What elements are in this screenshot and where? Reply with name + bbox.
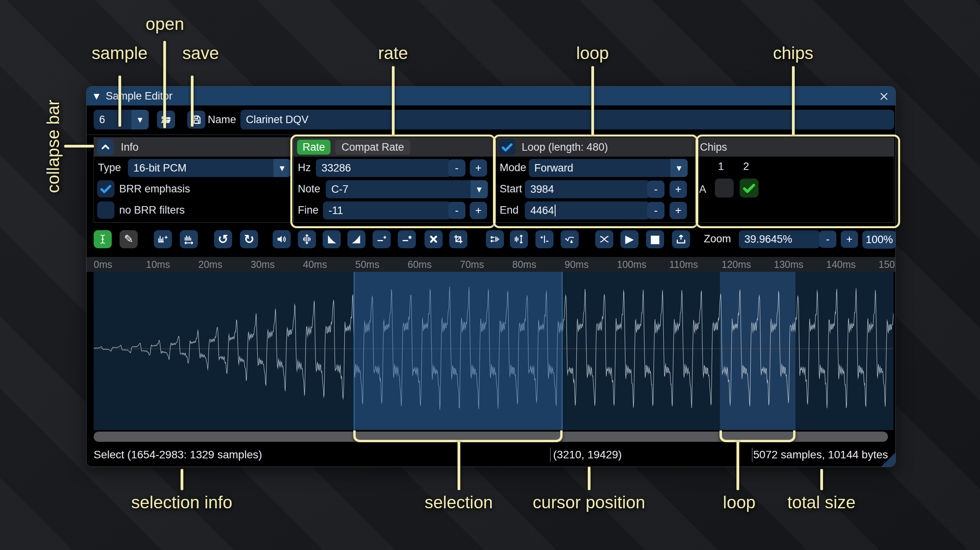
annotation-selection-info: selection info [131, 493, 233, 512]
silence-plus-icon [376, 234, 387, 245]
ruler-label: 150ms [878, 259, 895, 270]
stop-icon: ■ [650, 234, 660, 245]
fade-in-icon [326, 234, 337, 245]
name-input[interactable]: Clarinet DQV [240, 110, 894, 129]
normalize-button[interactable] [298, 230, 316, 248]
open-sample-button[interactable] [157, 111, 175, 129]
annotation-sample: sample [92, 43, 148, 63]
export-sample-button[interactable] [672, 230, 690, 248]
waveform-plus-icon [157, 234, 168, 245]
info-panel: Info Type 16-bit PCM ▼ BRR emphasis no B… [94, 137, 293, 223]
ruler-label: 40ms [303, 259, 327, 270]
insert-silence-button[interactable] [373, 230, 391, 248]
trim-button[interactable] [449, 230, 467, 248]
info-panel-title: Info [121, 141, 138, 153]
no-brr-filters-checkbox[interactable] [97, 201, 114, 219]
status-selection-info: Select (1654-2983: 1329 samples) [94, 448, 262, 461]
status-total-size: 5072 samples, 10144 bytes [753, 448, 888, 461]
annotation-total-size: total size [787, 493, 856, 512]
annotation-line-selection-info [181, 469, 183, 490]
apply-filter-button[interactable] [561, 230, 579, 248]
status-bar: Select (1654-2983: 1329 samples) (3210, … [87, 443, 895, 467]
waveform-filter-icon [564, 234, 575, 245]
annotation-outline-chips-panel [696, 135, 900, 228]
crossfade-loop-button[interactable] [595, 230, 613, 248]
status-separator [550, 448, 551, 462]
ibeam-cursor-icon [97, 234, 108, 245]
zoom-reset-button[interactable]: 100% [862, 231, 896, 249]
x-delete-icon [428, 234, 439, 244]
chevron-up-icon [100, 142, 111, 152]
delete-button[interactable] [424, 230, 443, 248]
speaker-icon [276, 234, 287, 245]
status-separator [752, 448, 753, 462]
silence-asterisk-icon [401, 234, 412, 245]
edit-mode-select-button[interactable] [94, 230, 112, 248]
signed-unsigned-button[interactable] [535, 230, 554, 248]
chevron-down-icon[interactable]: ▼ [131, 110, 149, 129]
brr-emphasis-checkbox[interactable] [97, 180, 114, 197]
resize-button[interactable] [154, 230, 172, 248]
apply-silence-button[interactable] [398, 230, 416, 248]
window-titlebar[interactable]: ▼ Sample Editor [87, 87, 895, 105]
ruler-label: 30ms [251, 259, 275, 270]
annotation-chips: chips [773, 43, 814, 63]
timeline-ruler[interactable]: 0ms10ms20ms30ms40ms50ms60ms70ms80ms90ms1… [87, 257, 895, 272]
annotation-line-loop [591, 66, 594, 135]
fade-out-button[interactable] [347, 230, 365, 248]
sample-number-value: 6 [94, 114, 131, 126]
close-button[interactable] [877, 90, 891, 103]
annotation-outline-rate-panel [290, 135, 496, 228]
ruler-label: 90ms [565, 259, 589, 270]
annotation-bracket-selection [353, 430, 563, 442]
annotation-line-chips [792, 66, 795, 135]
annotation-outline-loop-panel [493, 135, 698, 228]
sample-number-dropdown[interactable]: 6 ▼ [94, 110, 149, 129]
close-icon [878, 91, 890, 102]
no-brr-filters-label: no BRR filters [119, 204, 185, 216]
undo-button[interactable]: ↺ [214, 230, 232, 248]
chevron-down-icon[interactable]: ▼ [273, 159, 291, 177]
fade-out-icon [351, 234, 362, 245]
waveform-canvas[interactable] [94, 272, 893, 430]
ruler-label: 50ms [355, 259, 379, 270]
type-label: Type [98, 162, 121, 174]
sample-type-value: 16-bit PCM [128, 162, 273, 174]
zoom-in-button[interactable]: + [841, 231, 858, 248]
annotation-loop-bottom: loop [723, 493, 755, 512]
ruler-label: 0ms [94, 259, 112, 270]
crossing-curves-icon [599, 234, 610, 245]
annotation-save: save [183, 43, 219, 63]
ruler-label: 70ms [460, 259, 484, 270]
sample-type-dropdown[interactable]: 16-bit PCM ▼ [128, 159, 291, 177]
upload-icon [675, 234, 687, 245]
waveform-invert-icon [513, 234, 524, 245]
ruler-label: 60ms [408, 259, 432, 270]
window-collapse-triangle-icon[interactable]: ▼ [94, 92, 100, 100]
amplify-button[interactable] [273, 230, 291, 248]
waveform-width-icon [183, 234, 194, 245]
resample-button[interactable] [180, 230, 198, 248]
annotation-line-selection [458, 441, 460, 490]
zoom-value-input[interactable]: 39.9645% [739, 230, 820, 248]
invert-button[interactable] [510, 230, 528, 248]
collapse-bar-button[interactable] [97, 139, 114, 155]
redo-button[interactable]: ↻ [240, 230, 258, 248]
ruler-label: 80ms [512, 259, 536, 270]
window-resize-grip[interactable] [881, 452, 895, 467]
preview-play-button[interactable]: ▶ [620, 230, 639, 248]
reverse-button[interactable] [486, 230, 504, 248]
folder-open-icon [160, 114, 172, 126]
redo-icon: ↻ [244, 233, 255, 245]
ruler-label: 120ms [722, 259, 751, 270]
annotation-collapse-bar: collapse bar [43, 100, 63, 193]
edit-mode-draw-button[interactable]: ✎ [120, 230, 138, 248]
zoom-out-button[interactable]: - [819, 231, 836, 248]
annotation-line-rate [392, 66, 395, 135]
info-panel-header: Info [94, 138, 293, 157]
annotation-rate: rate [378, 43, 408, 63]
stop-preview-button[interactable]: ■ [646, 230, 664, 248]
zoom-label: Zoom [704, 233, 731, 245]
save-sample-button[interactable] [187, 111, 205, 129]
fade-in-button[interactable] [323, 230, 341, 248]
